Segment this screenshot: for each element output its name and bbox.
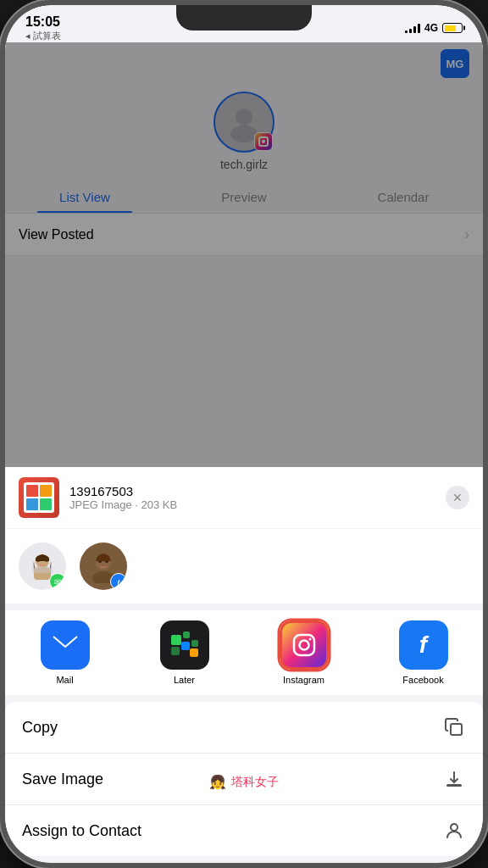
assign-contact-row[interactable]: Assign to Contact 👧 塔科女子 — [5, 805, 483, 856]
messenger-icon: ƒ — [117, 578, 120, 586]
status-left: 15:05 ◂ 試算表 — [25, 14, 61, 42]
file-preview-row: 139167503 JPEG Image · 203 KB ✕ — [5, 467, 483, 528]
apps-row: Mail — [5, 610, 483, 695]
phone-screen: 15:05 ◂ 試算表 4G MG — [5, 5, 483, 863]
later-app-label: Later — [174, 675, 195, 685]
contacts-row: ✉ — [5, 529, 483, 604]
svg-rect-13 — [171, 635, 181, 645]
app-item-later[interactable]: Later — [153, 620, 216, 685]
assign-contact-label: Assign to Contact — [22, 822, 141, 840]
save-image-label: Save Image — [22, 771, 103, 788]
battery-indicator — [442, 23, 463, 33]
thumb-cell-4 — [40, 498, 52, 510]
svg-rect-12 — [53, 634, 78, 656]
status-right: 4G — [405, 22, 463, 34]
file-info: 139167503 JPEG Image · 203 KB — [69, 484, 446, 511]
network-label: 4G — [424, 22, 438, 34]
signal-bars — [405, 23, 420, 33]
svg-rect-22 — [451, 724, 462, 735]
facebook-app-label: Facebook — [402, 675, 443, 685]
status-back-label: ◂ 試算表 — [25, 30, 61, 42]
thumb-cell-2 — [40, 485, 52, 497]
signal-bar-4 — [418, 24, 420, 33]
mail-app-label: Mail — [56, 675, 73, 685]
instagram-app-label: Instagram — [283, 675, 324, 685]
file-thumbnail-inner — [24, 482, 54, 513]
facebook-f-icon: f — [419, 632, 427, 659]
copy-action-row[interactable]: Copy — [5, 702, 483, 754]
share-sheet: 139167503 JPEG Image · 203 KB ✕ — [5, 467, 483, 863]
watermark-text: 塔科女子 — [231, 775, 279, 790]
svg-point-24 — [451, 824, 458, 831]
instagram-app-icon — [280, 620, 329, 670]
contact-badge-messages: ✉ — [49, 573, 66, 590]
svg-point-21 — [308, 638, 311, 641]
copy-action-label: Copy — [22, 719, 58, 737]
phone-frame: 15:05 ◂ 試算表 4G MG — [0, 0, 488, 868]
app-item-facebook[interactable]: f Facebook — [392, 620, 455, 685]
svg-rect-17 — [191, 640, 198, 647]
thumb-cell-1 — [26, 485, 38, 497]
close-share-button[interactable]: ✕ — [446, 486, 469, 509]
mail-app-icon — [41, 620, 90, 670]
contact-avatar-1: ✉ — [19, 542, 66, 590]
save-icon — [442, 767, 466, 791]
contact-badge-messenger: ƒ — [110, 573, 127, 590]
svg-rect-5 — [32, 566, 53, 573]
action-rows: Copy Save Image — [5, 702, 483, 856]
svg-point-20 — [299, 641, 308, 650]
file-meta: JPEG Image · 203 KB — [69, 498, 446, 511]
status-time: 15:05 — [25, 14, 61, 30]
notch — [176, 5, 312, 31]
signal-bar-1 — [405, 31, 408, 33]
contact-avatar-2: ƒ — [80, 542, 127, 590]
svg-rect-19 — [294, 635, 314, 655]
signal-bar-2 — [409, 29, 412, 33]
watermark-emoji: 👧 — [209, 774, 226, 790]
facebook-app-icon: f — [399, 620, 448, 670]
later-app-icon — [160, 620, 209, 670]
signal-bar-3 — [413, 26, 416, 33]
copy-icon — [442, 715, 466, 739]
main-content: MG tech.gir — [5, 42, 483, 863]
contact-icon — [442, 819, 466, 843]
svg-rect-15 — [171, 647, 180, 655]
contact-item-2[interactable]: ƒ — [80, 542, 127, 590]
app-item-instagram[interactable]: Instagram — [273, 620, 336, 685]
file-thumbnail — [19, 477, 59, 518]
watermark: 👧 塔科女子 — [209, 774, 279, 790]
contact-item-1[interactable]: ✉ — [19, 542, 66, 590]
messages-icon: ✉ — [54, 577, 61, 587]
thumb-cell-3 — [26, 498, 38, 510]
svg-rect-23 — [446, 784, 462, 787]
battery-fill — [445, 25, 456, 31]
svg-rect-16 — [181, 642, 190, 650]
app-item-mail[interactable]: Mail — [34, 620, 97, 685]
svg-rect-14 — [183, 632, 190, 638]
file-name: 139167503 — [69, 484, 446, 498]
svg-rect-18 — [190, 648, 198, 657]
